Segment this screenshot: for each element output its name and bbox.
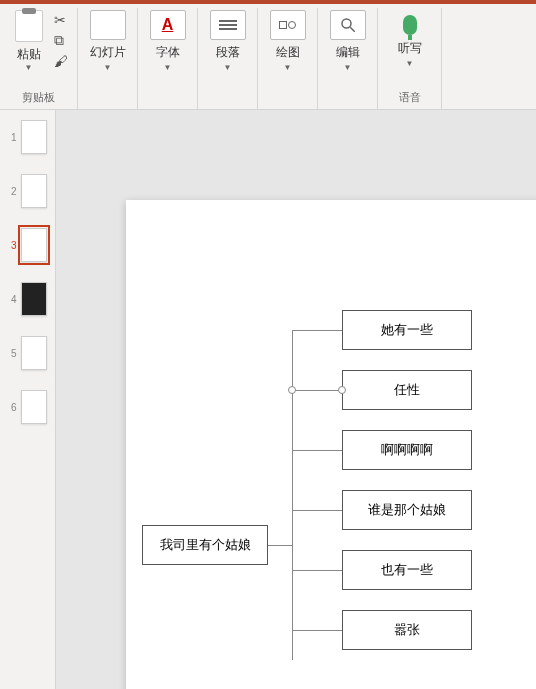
diagram-root-node[interactable]: 我司里有个姑娘 (142, 525, 268, 565)
clipboard-icon (15, 10, 43, 42)
slide-thumbnail[interactable]: 6 (9, 390, 47, 424)
ribbon-group-voice: 听写 ▼ 语音 (378, 8, 442, 109)
connector-line (292, 330, 293, 660)
chevron-down-icon: ▼ (406, 59, 414, 68)
connector-line (292, 330, 342, 331)
dictate-button[interactable]: 听写 ▼ (398, 10, 422, 68)
ribbon-group-paragraph: 段落 ▼ (198, 8, 258, 109)
font-button[interactable]: A 字体 ▼ (150, 10, 186, 72)
paragraph-icon (219, 20, 237, 30)
editing-button[interactable]: 编辑 ▼ (330, 10, 366, 72)
thumbnail-preview (21, 336, 47, 370)
diagram-child-node[interactable]: 谁是那个姑娘 (342, 490, 472, 530)
chevron-down-icon: ▼ (344, 63, 352, 72)
thumbnail-preview (21, 174, 47, 208)
slide-thumbnail-panel: 1 2 3 4 5 6 (0, 110, 56, 689)
diagram-child-node[interactable]: 嚣张 (342, 610, 472, 650)
ribbon-group-drawing: 绘图 ▼ (258, 8, 318, 109)
new-slide-button[interactable]: 幻灯片 ▼ (90, 10, 126, 72)
paragraph-button[interactable]: 段落 ▼ (210, 10, 246, 72)
copy-icon[interactable]: ⧉ (54, 32, 68, 49)
ribbon-group-slides: 幻灯片 ▼ (78, 8, 138, 109)
slide-icon (90, 10, 126, 40)
thumbnail-preview (21, 282, 47, 316)
chevron-down-icon: ▼ (284, 63, 292, 72)
diagram-child-node[interactable]: 也有一些 (342, 550, 472, 590)
slide-thumbnail[interactable]: 4 (9, 282, 47, 316)
svg-line-1 (350, 27, 355, 32)
connector-line (268, 545, 292, 546)
slide-thumbnail[interactable]: 2 (9, 174, 47, 208)
connector-line (292, 390, 342, 391)
paste-button[interactable]: 粘贴 ▼ (10, 10, 48, 72)
slide-canvas-area[interactable]: 我司里有个姑娘 她有一些 任性 啊啊啊啊 谁是那个姑娘 也有一些 嚣张 (56, 110, 536, 689)
connector-line (292, 450, 342, 451)
connector-line (292, 570, 342, 571)
svg-point-0 (342, 19, 351, 28)
slide-thumbnail[interactable]: 5 (9, 336, 47, 370)
workspace: 1 2 3 4 5 6 我司里有个姑娘 (0, 110, 536, 689)
font-color-icon: A (162, 16, 174, 34)
paragraph-label: 段落 (216, 44, 240, 61)
slide-thumbnail[interactable]: 1 (9, 120, 47, 154)
thumbnail-preview (21, 390, 47, 424)
connector-handle[interactable] (288, 386, 296, 394)
diagram-child-node[interactable]: 任性 (342, 370, 472, 410)
ribbon-group-font: A 字体 ▼ (138, 8, 198, 109)
thumbnail-preview (21, 120, 47, 154)
chevron-down-icon: ▼ (25, 63, 33, 72)
chevron-down-icon: ▼ (224, 63, 232, 72)
search-icon (339, 16, 357, 34)
slide-thumbnail[interactable]: 3 (9, 228, 47, 262)
paste-label: 粘贴 (17, 46, 41, 63)
dictate-label: 听写 (398, 40, 422, 57)
cut-icon[interactable]: ✂ (54, 12, 68, 28)
diagram-child-node[interactable]: 啊啊啊啊 (342, 430, 472, 470)
connector-handle[interactable] (338, 386, 346, 394)
microphone-icon (403, 15, 417, 35)
connector-line (292, 630, 342, 631)
group-label-voice: 语音 (399, 90, 421, 105)
shapes-icon (279, 21, 296, 29)
slide[interactable]: 我司里有个姑娘 她有一些 任性 啊啊啊啊 谁是那个姑娘 也有一些 嚣张 (126, 200, 536, 689)
ribbon-group-editing: 编辑 ▼ (318, 8, 378, 109)
thumbnail-preview-selected (21, 228, 47, 262)
editing-label: 编辑 (336, 44, 360, 61)
group-label-clipboard: 剪贴板 (22, 90, 55, 105)
slides-label: 幻灯片 (90, 44, 126, 61)
ribbon-group-clipboard: 粘贴 ▼ ✂ ⧉ 🖌 剪贴板 (0, 8, 78, 109)
chevron-down-icon: ▼ (164, 63, 172, 72)
chevron-down-icon: ▼ (104, 63, 112, 72)
drawing-label: 绘图 (276, 44, 300, 61)
ribbon: 粘贴 ▼ ✂ ⧉ 🖌 剪贴板 幻灯片 ▼ A 字体 ▼ 段落 (0, 4, 536, 110)
drawing-button[interactable]: 绘图 ▼ (270, 10, 306, 72)
font-label: 字体 (156, 44, 180, 61)
connector-line (292, 510, 342, 511)
diagram-child-node[interactable]: 她有一些 (342, 310, 472, 350)
format-painter-icon[interactable]: 🖌 (54, 53, 68, 69)
